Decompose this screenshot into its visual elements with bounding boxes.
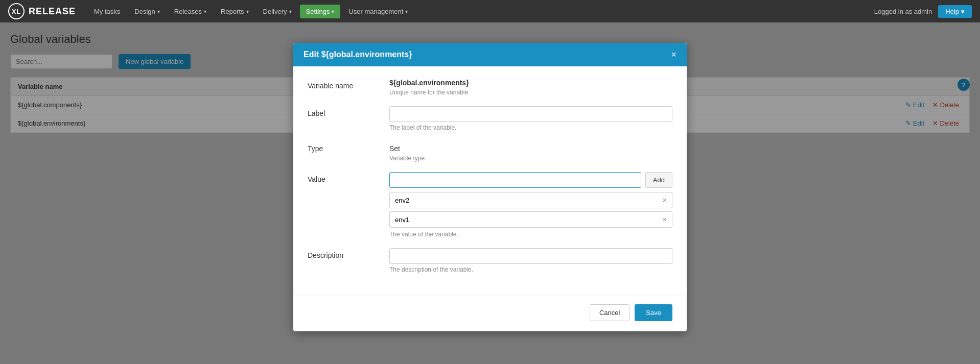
modal-title: Edit ${global.environments}	[304, 50, 412, 59]
save-button[interactable]: Save	[635, 304, 672, 321]
value-label: Value	[308, 172, 389, 238]
design-caret-icon: ▾	[157, 9, 160, 14]
variable-name-field: ${global.environments} Unique name for t…	[389, 79, 672, 96]
reports-caret-icon: ▾	[246, 9, 249, 14]
variable-name-row: Variable name ${global.environments} Uni…	[308, 79, 672, 96]
value-input[interactable]	[389, 172, 641, 188]
description-row: Description The description of the varia…	[308, 248, 672, 273]
nav-right: Logged in as admin Help ▾	[874, 5, 972, 18]
value-input-row: Add	[389, 172, 672, 188]
value-tag-remove-icon[interactable]: ×	[663, 215, 667, 224]
edit-modal: Edit ${global.environments} × Variable n…	[293, 43, 687, 331]
variable-name-label: Variable name	[308, 79, 389, 96]
logged-in-text: Logged in as admin	[874, 8, 932, 15]
type-hint: Variable type.	[389, 155, 672, 162]
delivery-caret-icon: ▾	[289, 9, 292, 14]
type-label: Type	[308, 141, 389, 162]
type-row: Type Set Variable type.	[308, 141, 672, 162]
value-tag-remove-icon[interactable]: ×	[663, 196, 667, 204]
type-field: Set Variable type.	[389, 141, 672, 162]
value-row: Value Add env2 × env1 × The value of the…	[308, 172, 672, 238]
nav-item-releases[interactable]: Releases ▾	[168, 5, 213, 18]
label-label: Label	[308, 106, 389, 131]
nav-item-design[interactable]: Design ▾	[128, 5, 166, 18]
nav-item-user-management[interactable]: User management ▾	[342, 5, 414, 18]
description-label: Description	[308, 248, 389, 273]
nav-item-my-tasks[interactable]: My tasks	[88, 5, 126, 18]
variable-name-value: ${global.environments}	[389, 79, 672, 87]
cancel-button[interactable]: Cancel	[590, 304, 629, 321]
add-value-button[interactable]: Add	[645, 172, 672, 188]
value-tag: env1 ×	[389, 211, 672, 228]
value-field: Add env2 × env1 × The value of the varia…	[389, 172, 672, 238]
navbar: XL RELEASE My tasks Design ▾ Releases ▾ …	[0, 0, 980, 22]
value-tags-container: env2 × env1 ×	[389, 192, 672, 228]
modal-footer: Cancel Save	[293, 296, 687, 331]
modal-header: Edit ${global.environments} ×	[293, 43, 687, 66]
nav-item-reports[interactable]: Reports ▾	[215, 5, 255, 18]
modal-overlay: Edit ${global.environments} × Variable n…	[0, 22, 980, 364]
label-field: The label of the variable.	[389, 106, 672, 131]
brand[interactable]: XL RELEASE	[8, 3, 76, 19]
value-tag-text: env2	[395, 197, 409, 204]
nav-item-settings[interactable]: Settings ▾	[300, 5, 341, 18]
brand-name: RELEASE	[29, 6, 76, 17]
description-field: The description of the variable.	[389, 248, 672, 273]
nav-item-delivery[interactable]: Delivery ▾	[257, 5, 298, 18]
releases-caret-icon: ▾	[204, 9, 206, 14]
label-input[interactable]	[389, 106, 672, 122]
nav-items: My tasks Design ▾ Releases ▾ Reports ▾ D…	[88, 5, 874, 18]
value-tag-text: env1	[395, 216, 409, 224]
user-management-caret-icon: ▾	[405, 9, 408, 14]
description-hint: The description of the variable.	[389, 266, 672, 273]
modal-body: Variable name ${global.environments} Uni…	[293, 66, 687, 296]
label-row: Label The label of the variable.	[308, 106, 672, 131]
value-tag: env2 ×	[389, 192, 672, 208]
variable-name-hint: Unique name for the variable.	[389, 89, 672, 96]
settings-caret-icon: ▾	[332, 9, 334, 14]
description-input[interactable]	[389, 248, 672, 264]
brand-icon: XL	[8, 3, 25, 19]
label-hint: The label of the variable.	[389, 124, 672, 131]
help-button[interactable]: Help ▾	[938, 5, 972, 18]
modal-close-button[interactable]: ×	[671, 50, 676, 59]
value-hint: The value of the variable.	[389, 231, 672, 238]
type-value: Set	[389, 141, 672, 153]
help-caret-icon: ▾	[961, 8, 965, 15]
